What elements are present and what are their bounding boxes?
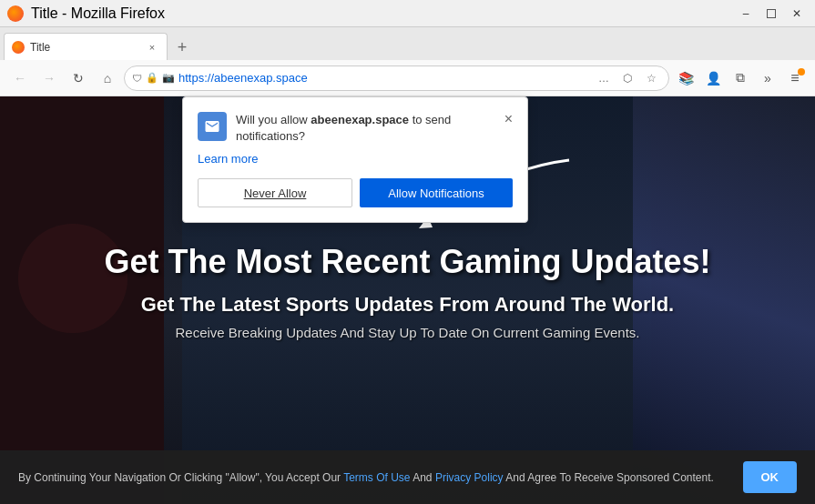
extensions-button[interactable]: ⧉ (728, 66, 753, 91)
sync-button[interactable]: 👤 (700, 66, 726, 91)
allow-notifications-button[interactable]: Allow Notifications (360, 178, 513, 207)
cookie-bar: By Continuing Your Navigation Or Clickin… (0, 450, 815, 504)
camera-icon: 📷 (162, 72, 175, 84)
overflow-button[interactable]: » (755, 66, 780, 91)
more-actions-button[interactable]: … (594, 68, 614, 88)
toolbar: ← → ↻ ⌂ 🛡 🔒 📷 https://abeenexap.space … … (0, 60, 815, 96)
url-text: https://abeenexap.space (178, 71, 590, 85)
terms-link[interactable]: Terms Of Use (343, 471, 410, 484)
minimize-button[interactable]: – (735, 3, 757, 25)
pocket-button[interactable]: ⬡ (617, 68, 637, 88)
learn-more-link[interactable]: Learn more (198, 152, 513, 166)
body-text: Receive Breaking Updates And Stay Up To … (176, 325, 640, 340)
tab-bar: Title × + (0, 27, 815, 60)
popup-message: Will you allow abeenexap.space to send n… (236, 112, 495, 145)
title-bar: Title - Mozilla Firefox – ✕ (0, 0, 815, 27)
refresh-button[interactable]: ↻ (66, 66, 91, 91)
cookie-text: By Continuing Your Navigation Or Clickin… (18, 469, 728, 486)
never-allow-button[interactable]: Never Allow (198, 178, 352, 207)
window-title: Title - Mozilla Firefox (31, 5, 165, 22)
back-button[interactable]: ← (7, 66, 33, 91)
bookmark-button[interactable]: ☆ (641, 68, 661, 88)
maximize-button[interactable] (760, 3, 782, 25)
popup-close-button[interactable]: × (504, 112, 513, 126)
close-button[interactable]: ✕ (786, 3, 808, 25)
notification-icon (198, 112, 227, 141)
sub-heading: Get The Latest Sports Updates From Aroun… (141, 292, 674, 318)
url-bar[interactable]: 🛡 🔒 📷 https://abeenexap.space … ⬡ ☆ (124, 66, 669, 91)
home-button[interactable]: ⌂ (95, 66, 120, 91)
tab-close-button[interactable]: × (145, 40, 159, 55)
library-button[interactable]: 📚 (673, 66, 698, 91)
popup-buttons: Never Allow Allow Notifications (198, 178, 513, 207)
firefox-logo-icon (7, 5, 24, 22)
menu-button[interactable]: ≡ (782, 66, 808, 91)
notification-popup: Will you allow abeenexap.space to send n… (182, 96, 528, 223)
popup-site: abeenexap.space (311, 113, 409, 126)
browser-window: Title - Mozilla Firefox – ✕ Title × + ← … (0, 0, 815, 504)
main-heading: Get The Most Recent Gaming Updates! (104, 242, 710, 281)
cookie-ok-button[interactable]: OK (743, 461, 798, 493)
forward-button[interactable]: → (36, 66, 62, 91)
active-tab[interactable]: Title × (4, 33, 168, 60)
notification-dot (798, 68, 805, 76)
shield-icon: 🛡 (132, 73, 142, 84)
privacy-link[interactable]: Privacy Policy (435, 471, 504, 484)
tab-label: Title (30, 41, 139, 54)
lock-icon: 🔒 (146, 72, 158, 84)
new-tab-button[interactable]: + (169, 35, 195, 60)
tab-favicon-icon (12, 41, 25, 54)
